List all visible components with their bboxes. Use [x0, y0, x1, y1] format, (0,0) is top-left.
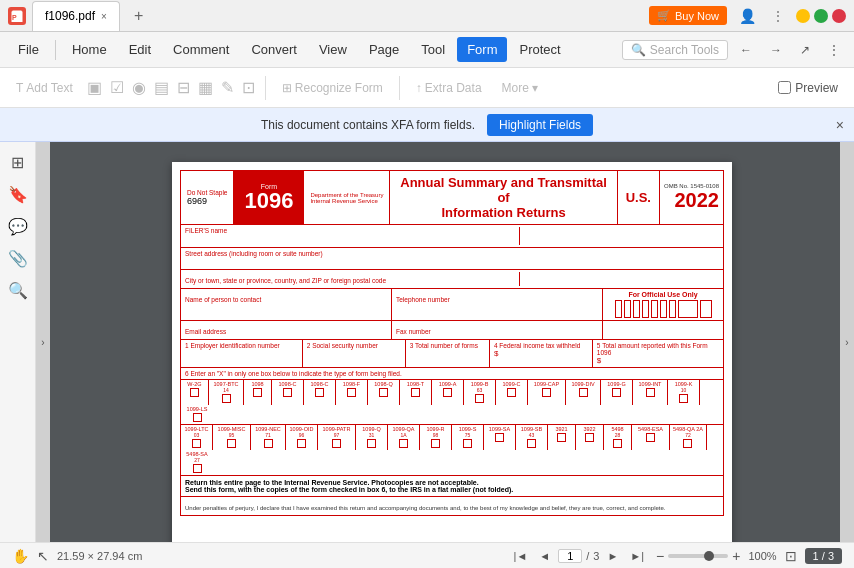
extra-data-button[interactable]: ↑ Extra Data: [408, 77, 490, 99]
footer-bold-1: Return this entire page to the Internal …: [185, 479, 719, 486]
menu-more-button[interactable]: ⋮: [822, 39, 846, 61]
prev-page-button[interactable]: ◄: [535, 549, 554, 563]
barcode-bar-6: [660, 300, 667, 318]
search-bar[interactable]: 🔍 Search Tools: [622, 40, 728, 60]
menu-convert[interactable]: Convert: [241, 37, 307, 62]
cb-1099c: 1099-C: [496, 380, 528, 405]
tab-close-button[interactable]: ×: [101, 11, 107, 22]
menu-comment[interactable]: Comment: [163, 37, 239, 62]
first-page-button[interactable]: |◄: [510, 549, 532, 563]
cb-1098-box: [253, 388, 262, 397]
cb-1099sa-box: [495, 433, 504, 442]
menu-home[interactable]: Home: [62, 37, 117, 62]
cb-1099div: 1099-DIV: [566, 380, 601, 405]
checkbox-row-2: 1099-LTC 03 1099-MISC 95 1099-NEC 71: [181, 425, 723, 476]
cb-1097-box: [222, 394, 231, 403]
cb-1099s-box: [463, 439, 472, 448]
sidebar-search-icon[interactable]: 🔍: [6, 278, 30, 302]
highlight-fields-button[interactable]: Highlight Fields: [487, 114, 593, 136]
footer-bold-2: Send this form, with the copies of the f…: [185, 486, 719, 493]
buy-now-label: Buy Now: [675, 10, 719, 22]
cb-1099k-box: [679, 394, 688, 403]
cb-3921-box: [557, 433, 566, 442]
buy-now-button[interactable]: 🛒 Buy Now: [649, 6, 727, 25]
zoom-slider[interactable]: [668, 554, 728, 558]
3922-label: 3922: [579, 426, 600, 432]
barcode-bar-7: [669, 300, 676, 318]
1099cap-label: 1099-CAP: [531, 381, 562, 387]
menu-form[interactable]: Form: [457, 37, 507, 62]
zoom-out-button[interactable]: −: [656, 548, 664, 564]
form-title-line1: Annual Summary and Transmittal of: [394, 175, 612, 205]
add-tab-button[interactable]: +: [126, 3, 151, 29]
5498esa-label: 5498-ESA: [635, 426, 666, 432]
zoom-in-button[interactable]: +: [732, 548, 740, 564]
1099c-label: 1099-C: [499, 381, 524, 387]
box3-cell: 3 Total number of forms: [406, 340, 490, 367]
menu-page[interactable]: Page: [359, 37, 409, 62]
email-row: Email address Fax number: [181, 321, 723, 340]
cb-1099ltc: 1099-LTC 03: [181, 425, 213, 450]
1097-num: 14: [212, 387, 240, 393]
1099misc-num: 95: [216, 432, 247, 438]
email-cell: Email address: [181, 321, 392, 339]
do-not-staple-block: Do Not Staple 6969: [181, 171, 234, 224]
cb-1099misc: 1099-MISC 95: [213, 425, 251, 450]
us-label: U.S.: [626, 190, 651, 205]
add-text-button[interactable]: T Add Text: [8, 77, 81, 99]
field-icon-6: ▦: [196, 78, 215, 97]
profile-icon[interactable]: 👤: [735, 6, 760, 26]
filers-name-cell: FILER'S name: [185, 227, 519, 245]
right-panel-toggle[interactable]: ›: [840, 142, 854, 542]
share-button[interactable]: ↗: [794, 39, 816, 61]
left-panel-toggle[interactable]: ›: [36, 142, 50, 542]
fax-right-space: [603, 321, 723, 339]
more-button[interactable]: More ▾: [494, 77, 546, 99]
phone-label: Telephone number: [396, 296, 450, 303]
field-icon-3: ◉: [130, 78, 148, 97]
box4-cell: 4 Federal income tax withheld $: [490, 340, 593, 367]
cb-1098f: 1098-F: [336, 380, 368, 405]
contact-cell: Name of person to contact: [181, 289, 392, 320]
fit-page-button[interactable]: ⊡: [785, 548, 797, 564]
toolbar-right: Preview: [770, 77, 846, 99]
menu-protect[interactable]: Protect: [509, 37, 570, 62]
maximize-button[interactable]: [814, 9, 828, 23]
menu-edit[interactable]: Edit: [119, 37, 161, 62]
sidebar-pages-icon[interactable]: ⊞: [6, 150, 30, 174]
last-page-button[interactable]: ►|: [626, 549, 648, 563]
menu-view[interactable]: View: [309, 37, 357, 62]
extra-data-icon: ↑: [416, 81, 422, 95]
sidebar-bookmark-icon[interactable]: 🔖: [6, 182, 30, 206]
menu-file[interactable]: File: [8, 37, 49, 62]
minimize-button[interactable]: [796, 9, 810, 23]
close-window-button[interactable]: [832, 9, 846, 23]
sidebar-comment-icon[interactable]: 💬: [6, 214, 30, 238]
notification-close-button[interactable]: ×: [836, 117, 844, 133]
menu-tool[interactable]: Tool: [411, 37, 455, 62]
cb-5498sa-box: [193, 464, 202, 473]
sidebar-attachment-icon[interactable]: 📎: [6, 246, 30, 270]
next-page-button[interactable]: ►: [603, 549, 622, 563]
preview-checkbox-label[interactable]: Preview: [770, 77, 846, 99]
more-options-button[interactable]: ⋮: [768, 7, 788, 25]
cb-1097: 1097-BTC 14: [209, 380, 244, 405]
barcode-bar-5: [651, 300, 658, 318]
back-button[interactable]: ←: [734, 39, 758, 61]
left-sidebar: ⊞ 🔖 💬 📎 🔍: [0, 142, 36, 542]
cb-1099sa: 1099-SA: [484, 425, 516, 450]
page-total: 3: [593, 550, 599, 562]
current-tab[interactable]: f1096.pdf ×: [32, 1, 120, 31]
toolbar: T Add Text ▣ ☑ ◉ ▤ ⊟ ▦ ✎ ⊡ ⊞ Recognize F…: [0, 68, 854, 108]
recognize-form-button[interactable]: ⊞ Recognize Form: [274, 77, 391, 99]
preview-checkbox[interactable]: [778, 81, 791, 94]
extra-data-label: Extra Data: [425, 81, 482, 95]
5498sa-num: 27: [184, 457, 210, 463]
forward-button[interactable]: →: [764, 39, 788, 61]
1099r-num: 98: [423, 432, 448, 438]
email-label: Email address: [185, 328, 226, 335]
box1-cell: 1 Employer identification number: [181, 340, 303, 367]
barcode-bar-3: [633, 300, 640, 318]
barcode-bar-4: [642, 300, 649, 318]
page-number-input[interactable]: [558, 549, 582, 563]
